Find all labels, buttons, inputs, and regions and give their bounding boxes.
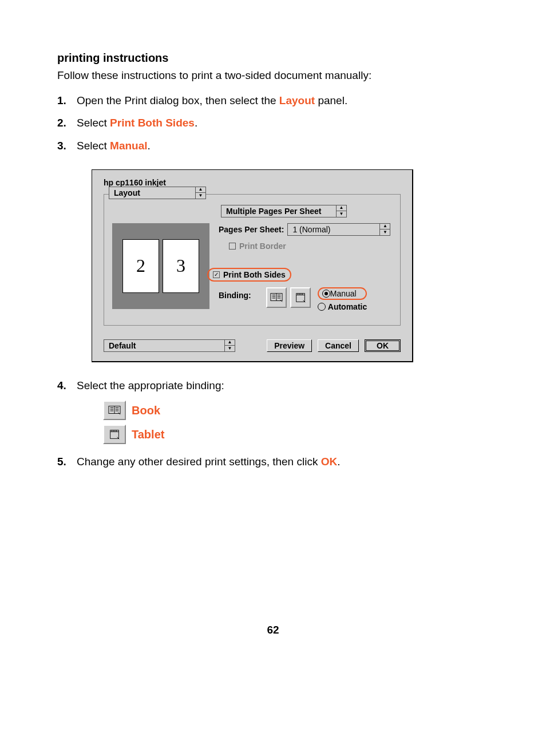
- preview-button[interactable]: Preview: [267, 339, 312, 352]
- print-border-checkbox[interactable]: [229, 243, 236, 250]
- text-fragment: Change any other desired print settings,…: [77, 456, 321, 468]
- binding-tablet-button[interactable]: [290, 287, 311, 308]
- highlight-print-both-sides: Print Both Sides: [110, 117, 195, 129]
- spinner-icon: ▲▼: [195, 187, 205, 199]
- section-heading: printing instructions: [57, 52, 489, 65]
- spinner-icon: ▲▼: [224, 339, 235, 352]
- step-1: 1. Open the Print dialog box, then selec…: [57, 93, 489, 108]
- step-number: 3.: [57, 140, 77, 152]
- pages-per-sheet-label: Pages Per Sheet:: [219, 225, 284, 234]
- page-number: 62: [57, 624, 489, 636]
- binding-tablet-label: Tablet: [132, 428, 164, 441]
- text-fragment: Select: [77, 117, 110, 129]
- step-text: Change any other desired print settings,…: [77, 454, 340, 469]
- spinner-icon: ▲▼: [379, 223, 390, 236]
- default-label: Default: [104, 341, 140, 350]
- manual-radio[interactable]: [322, 290, 330, 298]
- highlight-ok: OK: [321, 456, 338, 468]
- panel-select[interactable]: Layout ▲▼: [109, 187, 206, 199]
- step-4: 4. Select the appropriate binding:: [57, 378, 489, 393]
- preview-page-2: 2: [122, 239, 159, 293]
- step-number: 1.: [57, 94, 77, 107]
- binding-book-label: Book: [132, 404, 160, 417]
- step-text: Select the appropriate binding:: [77, 378, 224, 393]
- select-label: Multiple Pages Per Sheet: [221, 207, 326, 216]
- text-fragment: Open the Print dialog box, then select t…: [77, 94, 279, 106]
- text-fragment: .: [337, 456, 340, 468]
- binding-book-item: Book: [103, 401, 489, 420]
- step-number: 4.: [57, 379, 77, 392]
- steps-list-final: 5. Change any other desired print settin…: [57, 454, 489, 469]
- spinner-icon: ▲▼: [336, 205, 346, 217]
- manual-label: Manual: [330, 289, 357, 298]
- step-number: 5.: [57, 456, 77, 468]
- binding-options: Book Tablet: [103, 401, 489, 444]
- cancel-button[interactable]: Cancel: [318, 339, 359, 352]
- text-fragment: .: [195, 117, 197, 129]
- steps-list: 1. Open the Print dialog box, then selec…: [57, 93, 489, 153]
- highlight-layout: Layout: [279, 94, 315, 106]
- binding-label: Binding:: [219, 287, 251, 300]
- tablet-binding-icon-large: [103, 425, 126, 444]
- manual-radio-highlight: Manual: [318, 287, 367, 300]
- ok-button[interactable]: OK: [365, 339, 401, 352]
- select-value: 1 (Normal): [288, 225, 335, 234]
- step-text: Select Manual.: [77, 138, 151, 153]
- step-number: 2.: [57, 117, 77, 129]
- dialog-title: hp cp1160 inkjet: [104, 178, 401, 187]
- layout-fieldset: Layout ▲▼ Multiple Pages Per Sheet ▲▼ 2 …: [104, 194, 401, 326]
- automatic-label: Automatic: [328, 302, 367, 311]
- print-both-sides-highlight: Print Both Sides: [207, 268, 291, 282]
- default-select[interactable]: Default ▲▼: [104, 339, 235, 352]
- tablet-binding-icon: [294, 292, 307, 303]
- step-2: 2. Select Print Both Sides.: [57, 116, 489, 130]
- step-3: 3. Select Manual.: [57, 138, 489, 153]
- dialog-screenshot: hp cp1160 inkjet Layout ▲▼ Multiple Page…: [92, 169, 489, 362]
- binding-book-button[interactable]: [266, 287, 287, 308]
- book-binding-icon-large: [103, 401, 126, 420]
- intro-text: Follow these instructions to print a two…: [57, 68, 489, 83]
- preview-page-3: 3: [163, 239, 199, 293]
- page-preview: 2 3: [112, 223, 209, 309]
- book-binding-icon: [270, 292, 283, 303]
- print-both-sides-checkbox[interactable]: [213, 271, 220, 278]
- text-fragment: Select: [77, 140, 110, 152]
- print-both-sides-label: Print Both Sides: [223, 270, 286, 279]
- panel-select-value: Layout: [109, 188, 145, 197]
- binding-tablet-item: Tablet: [103, 425, 489, 444]
- text-fragment: panel.: [315, 94, 347, 106]
- print-border-label: Print Border: [239, 242, 286, 251]
- steps-list-continued: 4. Select the appropriate binding:: [57, 378, 489, 393]
- step-text: Open the Print dialog box, then select t…: [77, 93, 347, 108]
- automatic-radio[interactable]: [318, 303, 326, 311]
- step-5: 5. Change any other desired print settin…: [57, 454, 489, 469]
- step-text: Select Print Both Sides.: [77, 116, 197, 130]
- multiple-pages-select[interactable]: Multiple Pages Per Sheet ▲▼: [221, 205, 347, 217]
- highlight-manual: Manual: [110, 140, 147, 152]
- pages-per-sheet-select[interactable]: 1 (Normal) ▲▼: [287, 223, 390, 236]
- text-fragment: .: [148, 140, 151, 152]
